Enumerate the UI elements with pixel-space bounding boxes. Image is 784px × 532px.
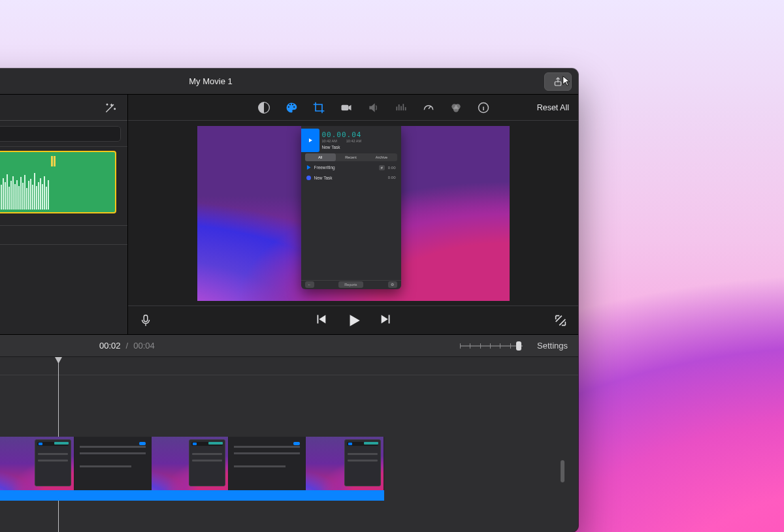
svg-point-1 bbox=[106, 104, 108, 105]
vertical-scrollbar[interactable] bbox=[561, 460, 564, 482]
task-app-current-task: New Task bbox=[322, 145, 397, 149]
search-row bbox=[0, 121, 127, 147]
next-button[interactable] bbox=[379, 312, 393, 326]
slider-knob[interactable] bbox=[516, 341, 521, 351]
speed-button[interactable] bbox=[422, 101, 435, 114]
crop-icon bbox=[312, 101, 325, 114]
previous-button[interactable] bbox=[314, 312, 328, 326]
video-track[interactable] bbox=[0, 437, 384, 495]
reset-all-button[interactable]: Reset All bbox=[537, 103, 569, 112]
play-icon bbox=[307, 137, 314, 144]
time-separator: / bbox=[126, 341, 129, 351]
svg-point-2 bbox=[114, 108, 116, 109]
task-app-window: 00.00.04 10:42 AM 10:42 AM New Task All … bbox=[301, 126, 401, 289]
waveform-thumbnail bbox=[0, 151, 116, 213]
camera-icon bbox=[340, 101, 353, 114]
half-circle-icon bbox=[257, 101, 270, 114]
playhead-time: 00:02 bbox=[99, 341, 121, 351]
task-item-duration: 0:00 bbox=[388, 176, 396, 180]
share-icon bbox=[553, 76, 563, 87]
equalizer-icon bbox=[395, 101, 408, 114]
clip-thumbnail[interactable] bbox=[152, 437, 229, 490]
svg-rect-6 bbox=[398, 104, 399, 110]
task-app-reports-button: Reports bbox=[338, 281, 363, 288]
search-field[interactable] bbox=[0, 126, 121, 142]
svg-rect-7 bbox=[400, 106, 402, 110]
overlap-circles-icon bbox=[449, 101, 463, 114]
task-app-start-time: 10:42 AM bbox=[322, 139, 337, 143]
color-balance-button[interactable] bbox=[257, 101, 270, 114]
titlebar: My Movie 1 bbox=[0, 69, 578, 95]
skip-back-icon bbox=[314, 312, 328, 326]
noise-reduce-button[interactable] bbox=[395, 101, 408, 114]
dot-icon bbox=[306, 176, 311, 180]
share-button[interactable] bbox=[544, 72, 572, 91]
preview-stage: 00.00.04 10:42 AM 10:42 AM New Task All … bbox=[128, 121, 578, 305]
stabilize-button[interactable] bbox=[340, 101, 353, 114]
speaker-icon bbox=[367, 101, 380, 114]
task-app-tab-recent: Recent bbox=[336, 153, 367, 161]
play-small-icon bbox=[306, 165, 311, 170]
time-ruler[interactable] bbox=[0, 357, 578, 375]
project-duration: 00:04 bbox=[133, 341, 155, 351]
fullscreen-button[interactable] bbox=[553, 313, 568, 328]
magic-wand-button[interactable] bbox=[101, 99, 120, 117]
timeline-header: 00:02 / 00:04 Settings bbox=[0, 335, 578, 357]
list-header: Genre bbox=[0, 225, 127, 245]
task-item-label: Freewriting bbox=[314, 165, 376, 170]
clip-thumbnail[interactable] bbox=[74, 437, 152, 490]
svg-rect-9 bbox=[404, 107, 406, 110]
audio-track[interactable] bbox=[0, 490, 384, 501]
magic-wand-icon bbox=[104, 101, 117, 114]
clip-thumbnail[interactable] bbox=[0, 437, 74, 490]
preview-panel: Reset All 00.00.04 10:42 AM bbox=[128, 95, 578, 334]
expand-icon bbox=[553, 313, 568, 328]
task-app-end-time: 10:42 AM bbox=[346, 139, 361, 143]
speedometer-icon bbox=[422, 101, 435, 114]
imovie-window: My Movie 1 itions bbox=[0, 69, 578, 532]
task-app-tabs: All Recent Archive bbox=[305, 153, 397, 161]
volume-button[interactable] bbox=[367, 101, 380, 114]
preview-frame[interactable]: 00.00.04 10:42 AM 10:42 AM New Task All … bbox=[197, 126, 510, 301]
task-app-timer: 00.00.04 bbox=[322, 131, 397, 138]
info-icon bbox=[477, 101, 490, 114]
adjustments-bar: Reset All bbox=[128, 95, 578, 121]
media-browser: itions bbox=[0, 95, 128, 334]
crop-button[interactable] bbox=[312, 101, 325, 114]
play-button[interactable] bbox=[345, 312, 362, 329]
svg-rect-4 bbox=[341, 104, 348, 110]
color-correction-button[interactable] bbox=[285, 101, 298, 114]
task-app-item: New Task 0:00 bbox=[306, 176, 396, 180]
skip-forward-icon bbox=[379, 312, 393, 326]
svg-rect-8 bbox=[402, 104, 404, 110]
task-item-badge: # bbox=[379, 165, 385, 170]
task-app-list: Freewriting # 0:00 New Task 0:00 bbox=[301, 161, 401, 280]
task-item-label: New Task bbox=[314, 176, 385, 180]
svg-point-12 bbox=[453, 106, 458, 112]
task-item-duration: 0:00 bbox=[388, 166, 396, 170]
play-icon bbox=[345, 312, 362, 329]
audio-browser-item[interactable] bbox=[0, 151, 121, 213]
palette-icon bbox=[285, 101, 298, 114]
zoom-slider[interactable] bbox=[460, 341, 523, 351]
task-app-footer: ← Reports ⚙ bbox=[301, 280, 401, 289]
task-app-item: Freewriting # 0:00 bbox=[306, 165, 396, 170]
clip-thumbnail[interactable] bbox=[229, 437, 306, 490]
timeline-settings-button[interactable]: Settings bbox=[537, 341, 568, 351]
project-title: My Movie 1 bbox=[0, 76, 578, 86]
preview-transport bbox=[128, 305, 578, 334]
clip-thumbnail[interactable] bbox=[306, 437, 384, 490]
search-input[interactable] bbox=[0, 129, 115, 138]
task-app-gear-button: ⚙ bbox=[388, 281, 397, 288]
task-app-back-button: ← bbox=[305, 281, 314, 288]
upper-panels: itions bbox=[0, 95, 578, 335]
svg-rect-5 bbox=[396, 106, 397, 110]
task-app-tab-all: All bbox=[305, 153, 336, 161]
filters-button[interactable] bbox=[449, 101, 463, 114]
task-app-tab-archive: Archive bbox=[367, 153, 397, 161]
media-browser-tabs: itions bbox=[0, 95, 127, 121]
info-button[interactable] bbox=[477, 101, 490, 114]
timeline[interactable] bbox=[0, 357, 578, 532]
task-app-play-button bbox=[301, 129, 319, 152]
